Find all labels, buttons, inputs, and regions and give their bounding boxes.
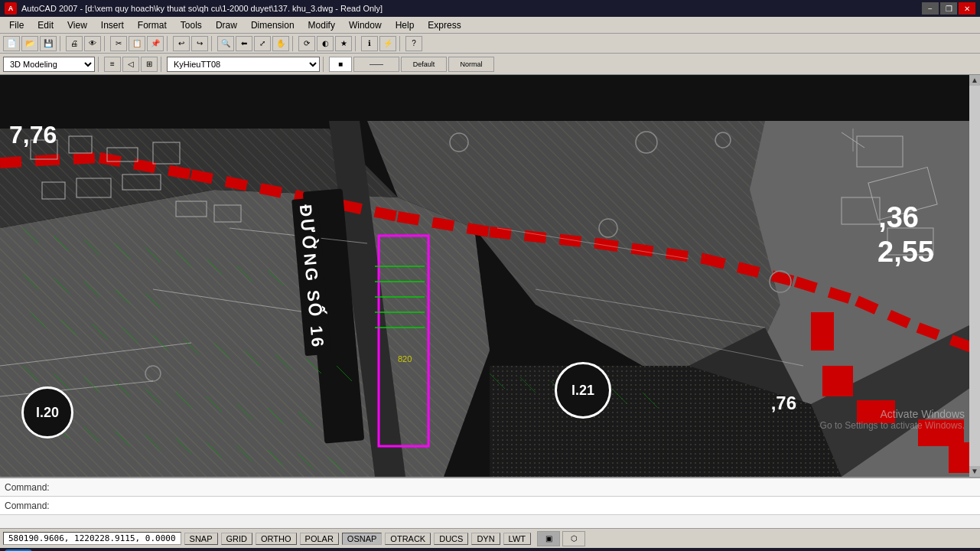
layer-prev[interactable]: ◁ [122,57,139,72]
menu-modify[interactable]: Modify [302,18,341,32]
cad-viewport[interactable]: 820 [0,75,980,477]
plot-style-button[interactable]: Normal [448,57,494,72]
properties-button[interactable]: ℹ [361,36,378,51]
zoom-ext[interactable]: ⤢ [254,36,271,51]
snap-button[interactable]: SNAP [184,533,218,545]
svg-rect-46 [918,419,964,446]
menubar: File Edit View Insert Format Tools Draw … [0,17,980,34]
help-button[interactable]: ? [405,36,422,51]
workspace-select[interactable]: 3D Modeling [3,57,95,72]
parcel-label-121: l.21 [555,362,611,419]
svg-rect-43 [811,312,834,350]
cad-drawing: 820 [0,75,980,477]
render-button[interactable]: ★ [335,36,352,51]
titlebar: A AutoCAD 2007 - [d:\xem quy hoach\ky th… [0,0,980,17]
cut-button[interactable]: ✂ [110,36,127,51]
parcel-label-120: l.20 [21,386,73,439]
otrack-button[interactable]: OTRACK [385,533,431,545]
undo-button[interactable]: ↩ [173,36,190,51]
command-area: Command: Command: [0,477,980,528]
shade-button[interactable]: ◐ [317,36,334,51]
cmd-line-2[interactable]: Command: [0,497,980,515]
menu-view[interactable]: View [61,18,93,32]
dimension-text-topright2: 2,55 [877,236,934,269]
linetype-button[interactable]: —— [353,57,399,72]
pan-button[interactable]: ✋ [272,36,289,51]
menu-draw[interactable]: Draw [210,18,243,32]
menu-tools[interactable]: Tools [174,18,208,32]
toolbar-standard: 📄 📂 💾 🖨 👁 ✂ 📋 📌 ↩ ↪ 🔍 ⬅ ⤢ ✋ ⟳ ◐ ★ ℹ ⚡ ? [0,34,980,54]
3d-orbit[interactable]: ⟳ [298,36,315,51]
menu-insert[interactable]: Insert [95,18,130,32]
title-text: AutoCAD 2007 - [d:\xem quy hoach\ky thua… [21,4,383,13]
polar-button[interactable]: POLAR [300,533,339,545]
taskbar: ⊞ 🔍 Type here to search ⧉ 📁 X AC ZALO M … [0,548,980,551]
layer-state[interactable]: ⊞ [141,57,158,72]
ducs-button[interactable]: DUCS [434,533,468,545]
paste-button[interactable]: 📌 [147,36,164,51]
app-icon: A [5,2,17,15]
dimension-text-topright1: ,36 [878,201,919,234]
close-button[interactable]: ✕ [959,2,975,15]
copy-button[interactable]: 📋 [129,36,145,51]
new-button[interactable]: 📄 [3,36,20,51]
osnap-button[interactable]: OSNAP [342,533,383,545]
color-button[interactable]: ■ [329,57,352,72]
menu-format[interactable]: Format [132,18,173,32]
layer-select[interactable]: KyHieuTT08 [167,57,320,72]
minimize-button[interactable]: − [922,2,939,15]
menu-window[interactable]: Window [343,18,388,32]
layer-button[interactable]: ≡ [104,57,121,72]
menu-dimension[interactable]: Dimension [245,18,301,32]
dimension-text-rightmid: ,76 [771,393,796,414]
menu-help[interactable]: Help [389,18,421,32]
grid-button[interactable]: GRID [221,533,253,545]
svg-marker-5 [0,190,490,477]
redo-button[interactable]: ↪ [191,36,208,51]
menu-express[interactable]: Express [422,18,467,32]
dyn-button[interactable]: DYN [471,533,500,545]
model-button[interactable]: ▣ [537,531,560,546]
svg-rect-121 [969,75,980,477]
lineweight-button[interactable]: Default [401,57,447,72]
command-input[interactable] [53,500,975,511]
zoom-window[interactable]: 🔍 [217,36,234,51]
zoom-prev[interactable]: ⬅ [236,36,252,51]
restore-button[interactable]: ❒ [940,2,957,15]
layout-button[interactable]: ⬡ [562,531,585,546]
match-prop[interactable]: ⚡ [379,36,396,51]
preview-button[interactable]: 👁 [84,36,101,51]
svg-text:▲: ▲ [971,76,978,84]
svg-text:▼: ▼ [971,467,978,475]
open-button[interactable]: 📂 [21,36,38,51]
ortho-button[interactable]: ORTHO [256,533,297,545]
print-button[interactable]: 🖨 [66,36,83,51]
lwt-button[interactable]: LWT [503,533,531,545]
svg-text:820: 820 [398,354,412,364]
dimension-text-topleft: 7,76 [9,121,57,149]
save-button[interactable]: 💾 [40,36,57,51]
menu-edit[interactable]: Edit [31,18,60,32]
toolbar-layers: 3D Modeling ≡ ◁ ⊞ KyHieuTT08 ■ —— Defaul… [0,54,980,75]
svg-rect-45 [857,400,895,423]
cmd-line-1: Command: [0,478,980,497]
menu-file[interactable]: File [3,18,30,32]
svg-rect-44 [822,366,853,396]
coords-display: 580190.9606, 1220228.9115, 0.0000 [3,532,181,545]
window-controls: − ❒ ✕ [922,2,975,15]
statusbar: 580190.9606, 1220228.9115, 0.0000 SNAP G… [0,528,980,548]
